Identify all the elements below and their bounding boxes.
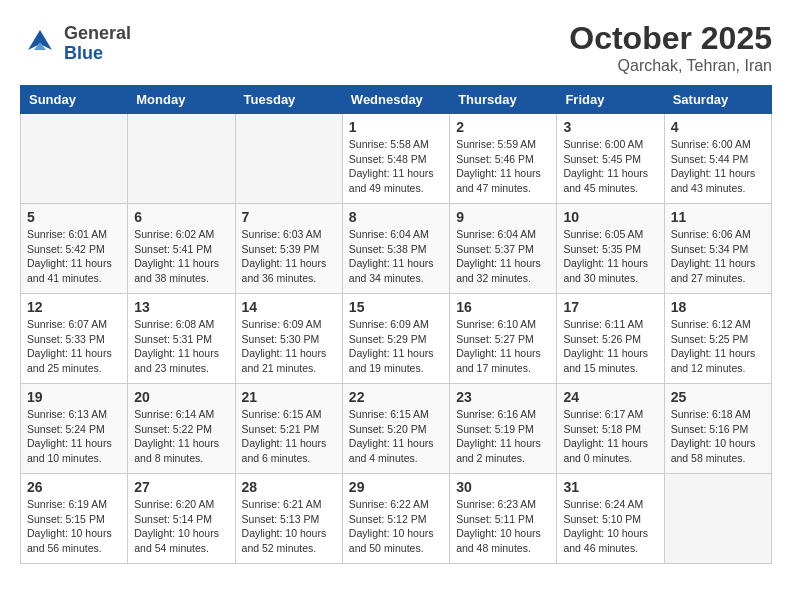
calendar-cell: 28Sunrise: 6:21 AM Sunset: 5:13 PM Dayli… — [235, 474, 342, 564]
calendar-cell: 19Sunrise: 6:13 AM Sunset: 5:24 PM Dayli… — [21, 384, 128, 474]
day-number: 3 — [563, 119, 657, 135]
day-info: Sunrise: 5:58 AM Sunset: 5:48 PM Dayligh… — [349, 137, 443, 196]
day-number: 16 — [456, 299, 550, 315]
weekday-header: Tuesday — [235, 86, 342, 114]
day-number: 13 — [134, 299, 228, 315]
day-info: Sunrise: 6:00 AM Sunset: 5:44 PM Dayligh… — [671, 137, 765, 196]
day-info: Sunrise: 6:15 AM Sunset: 5:20 PM Dayligh… — [349, 407, 443, 466]
day-number: 2 — [456, 119, 550, 135]
day-info: Sunrise: 6:01 AM Sunset: 5:42 PM Dayligh… — [27, 227, 121, 286]
day-number: 5 — [27, 209, 121, 225]
weekday-header: Saturday — [664, 86, 771, 114]
day-number: 12 — [27, 299, 121, 315]
day-info: Sunrise: 6:11 AM Sunset: 5:26 PM Dayligh… — [563, 317, 657, 376]
calendar-cell: 27Sunrise: 6:20 AM Sunset: 5:14 PM Dayli… — [128, 474, 235, 564]
day-info: Sunrise: 6:03 AM Sunset: 5:39 PM Dayligh… — [242, 227, 336, 286]
calendar-week-row: 5Sunrise: 6:01 AM Sunset: 5:42 PM Daylig… — [21, 204, 772, 294]
day-number: 31 — [563, 479, 657, 495]
day-number: 1 — [349, 119, 443, 135]
day-info: Sunrise: 6:15 AM Sunset: 5:21 PM Dayligh… — [242, 407, 336, 466]
calendar-cell: 20Sunrise: 6:14 AM Sunset: 5:22 PM Dayli… — [128, 384, 235, 474]
logo-general: General — [64, 24, 131, 44]
day-number: 27 — [134, 479, 228, 495]
day-info: Sunrise: 6:06 AM Sunset: 5:34 PM Dayligh… — [671, 227, 765, 286]
calendar-cell: 26Sunrise: 6:19 AM Sunset: 5:15 PM Dayli… — [21, 474, 128, 564]
day-info: Sunrise: 6:10 AM Sunset: 5:27 PM Dayligh… — [456, 317, 550, 376]
calendar-cell: 15Sunrise: 6:09 AM Sunset: 5:29 PM Dayli… — [342, 294, 449, 384]
title-block: October 2025 Qarchak, Tehran, Iran — [569, 20, 772, 75]
day-number: 7 — [242, 209, 336, 225]
weekday-header: Wednesday — [342, 86, 449, 114]
day-number: 26 — [27, 479, 121, 495]
day-number: 22 — [349, 389, 443, 405]
calendar-week-row: 26Sunrise: 6:19 AM Sunset: 5:15 PM Dayli… — [21, 474, 772, 564]
calendar-cell — [235, 114, 342, 204]
logo-text: General Blue — [64, 24, 131, 64]
calendar-cell — [664, 474, 771, 564]
day-number: 25 — [671, 389, 765, 405]
day-number: 11 — [671, 209, 765, 225]
day-info: Sunrise: 6:08 AM Sunset: 5:31 PM Dayligh… — [134, 317, 228, 376]
weekday-header: Thursday — [450, 86, 557, 114]
calendar-cell: 23Sunrise: 6:16 AM Sunset: 5:19 PM Dayli… — [450, 384, 557, 474]
calendar-cell: 29Sunrise: 6:22 AM Sunset: 5:12 PM Dayli… — [342, 474, 449, 564]
day-info: Sunrise: 6:04 AM Sunset: 5:38 PM Dayligh… — [349, 227, 443, 286]
day-info: Sunrise: 6:23 AM Sunset: 5:11 PM Dayligh… — [456, 497, 550, 556]
calendar-week-row: 19Sunrise: 6:13 AM Sunset: 5:24 PM Dayli… — [21, 384, 772, 474]
calendar-cell: 22Sunrise: 6:15 AM Sunset: 5:20 PM Dayli… — [342, 384, 449, 474]
day-info: Sunrise: 6:14 AM Sunset: 5:22 PM Dayligh… — [134, 407, 228, 466]
day-number: 4 — [671, 119, 765, 135]
calendar-cell: 7Sunrise: 6:03 AM Sunset: 5:39 PM Daylig… — [235, 204, 342, 294]
calendar-cell: 8Sunrise: 6:04 AM Sunset: 5:38 PM Daylig… — [342, 204, 449, 294]
weekday-header: Monday — [128, 86, 235, 114]
calendar-cell: 4Sunrise: 6:00 AM Sunset: 5:44 PM Daylig… — [664, 114, 771, 204]
day-number: 24 — [563, 389, 657, 405]
calendar-cell: 6Sunrise: 6:02 AM Sunset: 5:41 PM Daylig… — [128, 204, 235, 294]
day-info: Sunrise: 6:16 AM Sunset: 5:19 PM Dayligh… — [456, 407, 550, 466]
weekday-header: Sunday — [21, 86, 128, 114]
page-header: General Blue October 2025 Qarchak, Tehra… — [20, 20, 772, 75]
day-number: 19 — [27, 389, 121, 405]
calendar-header-row: SundayMondayTuesdayWednesdayThursdayFrid… — [21, 86, 772, 114]
logo-blue: Blue — [64, 44, 131, 64]
calendar-cell: 25Sunrise: 6:18 AM Sunset: 5:16 PM Dayli… — [664, 384, 771, 474]
calendar-cell: 2Sunrise: 5:59 AM Sunset: 5:46 PM Daylig… — [450, 114, 557, 204]
calendar-cell: 14Sunrise: 6:09 AM Sunset: 5:30 PM Dayli… — [235, 294, 342, 384]
logo-bird-icon — [20, 20, 60, 67]
calendar-cell: 31Sunrise: 6:24 AM Sunset: 5:10 PM Dayli… — [557, 474, 664, 564]
calendar-cell — [128, 114, 235, 204]
day-number: 30 — [456, 479, 550, 495]
day-info: Sunrise: 6:09 AM Sunset: 5:29 PM Dayligh… — [349, 317, 443, 376]
logo: General Blue — [20, 20, 131, 67]
day-info: Sunrise: 6:09 AM Sunset: 5:30 PM Dayligh… — [242, 317, 336, 376]
calendar-cell: 10Sunrise: 6:05 AM Sunset: 5:35 PM Dayli… — [557, 204, 664, 294]
calendar-cell: 12Sunrise: 6:07 AM Sunset: 5:33 PM Dayli… — [21, 294, 128, 384]
day-info: Sunrise: 6:22 AM Sunset: 5:12 PM Dayligh… — [349, 497, 443, 556]
day-number: 18 — [671, 299, 765, 315]
day-number: 10 — [563, 209, 657, 225]
calendar-cell: 16Sunrise: 6:10 AM Sunset: 5:27 PM Dayli… — [450, 294, 557, 384]
day-number: 6 — [134, 209, 228, 225]
day-info: Sunrise: 6:04 AM Sunset: 5:37 PM Dayligh… — [456, 227, 550, 286]
day-info: Sunrise: 6:20 AM Sunset: 5:14 PM Dayligh… — [134, 497, 228, 556]
day-info: Sunrise: 6:12 AM Sunset: 5:25 PM Dayligh… — [671, 317, 765, 376]
calendar-cell: 30Sunrise: 6:23 AM Sunset: 5:11 PM Dayli… — [450, 474, 557, 564]
calendar-cell: 21Sunrise: 6:15 AM Sunset: 5:21 PM Dayli… — [235, 384, 342, 474]
calendar-cell: 24Sunrise: 6:17 AM Sunset: 5:18 PM Dayli… — [557, 384, 664, 474]
day-number: 17 — [563, 299, 657, 315]
day-info: Sunrise: 6:13 AM Sunset: 5:24 PM Dayligh… — [27, 407, 121, 466]
calendar-cell: 17Sunrise: 6:11 AM Sunset: 5:26 PM Dayli… — [557, 294, 664, 384]
day-number: 28 — [242, 479, 336, 495]
calendar-week-row: 1Sunrise: 5:58 AM Sunset: 5:48 PM Daylig… — [21, 114, 772, 204]
day-number: 15 — [349, 299, 443, 315]
calendar-cell: 1Sunrise: 5:58 AM Sunset: 5:48 PM Daylig… — [342, 114, 449, 204]
day-number: 23 — [456, 389, 550, 405]
calendar-cell: 18Sunrise: 6:12 AM Sunset: 5:25 PM Dayli… — [664, 294, 771, 384]
day-number: 9 — [456, 209, 550, 225]
month-title: October 2025 — [569, 20, 772, 57]
calendar-cell: 13Sunrise: 6:08 AM Sunset: 5:31 PM Dayli… — [128, 294, 235, 384]
day-info: Sunrise: 6:02 AM Sunset: 5:41 PM Dayligh… — [134, 227, 228, 286]
day-info: Sunrise: 6:24 AM Sunset: 5:10 PM Dayligh… — [563, 497, 657, 556]
weekday-header: Friday — [557, 86, 664, 114]
day-info: Sunrise: 6:05 AM Sunset: 5:35 PM Dayligh… — [563, 227, 657, 286]
